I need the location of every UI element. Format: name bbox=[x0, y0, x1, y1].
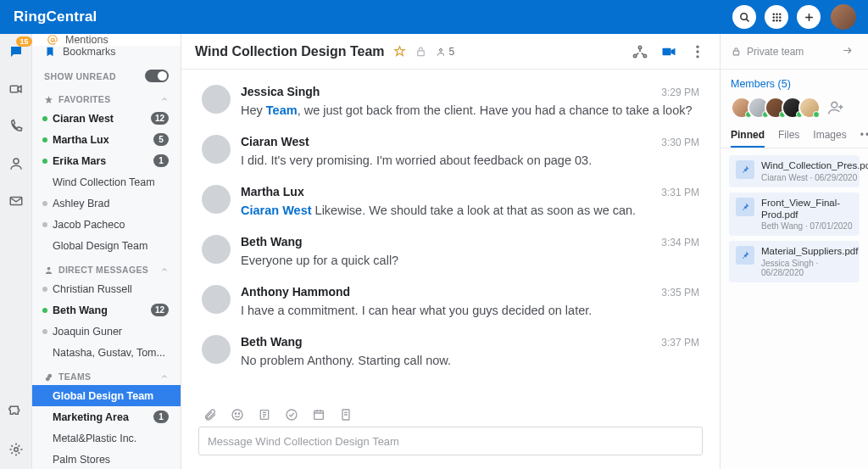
chat-more-button[interactable] bbox=[689, 43, 706, 60]
presence-dot bbox=[42, 287, 47, 292]
presence-dot bbox=[42, 222, 47, 227]
show-unread-toggle[interactable] bbox=[145, 70, 169, 82]
members-label[interactable]: Members (5) bbox=[731, 78, 858, 90]
details-panel: Private team Members (5) bbox=[721, 34, 868, 469]
sidebar-item[interactable]: Global Design Team bbox=[32, 385, 181, 406]
rail-phone[interactable] bbox=[7, 117, 25, 136]
collapse-panel-button[interactable] bbox=[842, 45, 858, 59]
rail-apps[interactable] bbox=[7, 403, 25, 422]
phone-icon bbox=[8, 119, 24, 134]
message-author: Beth Wang bbox=[241, 335, 303, 349]
start-video-button[interactable] bbox=[660, 43, 677, 60]
emoji-button[interactable] bbox=[231, 408, 244, 422]
pinned-item[interactable]: Front_View_Final-Prod.pdfBeth Wang · 07/… bbox=[729, 193, 860, 237]
search-button[interactable] bbox=[732, 5, 756, 29]
pin-icon bbox=[736, 246, 754, 265]
svg-point-29 bbox=[238, 413, 239, 414]
svg-point-31 bbox=[287, 410, 297, 420]
teams-section-header[interactable]: TEAMS bbox=[32, 363, 181, 385]
message-text: Hey Team, we just got back from the clie… bbox=[241, 102, 699, 120]
sidebar-item-label: Christian Russell bbox=[53, 283, 132, 295]
sidebar-item[interactable]: Christian Russell bbox=[32, 278, 181, 299]
mentions-tab[interactable]: Mentions bbox=[32, 34, 181, 46]
dialpad-button[interactable] bbox=[765, 5, 788, 29]
message-avatar[interactable] bbox=[202, 185, 231, 214]
person-small-icon bbox=[44, 265, 53, 275]
message-avatar[interactable] bbox=[202, 135, 231, 164]
chevron-up-icon bbox=[160, 265, 169, 274]
unread-pill: 5 bbox=[153, 133, 169, 146]
unread-pill: 12 bbox=[151, 112, 169, 125]
sidebar-item[interactable]: Joaquin Guner bbox=[32, 321, 181, 342]
message-avatar[interactable] bbox=[202, 85, 231, 114]
message-avatar[interactable] bbox=[202, 285, 231, 314]
message-input[interactable]: Message Wind Collection Design Team bbox=[198, 427, 703, 455]
svg-rect-13 bbox=[10, 86, 18, 92]
task-button[interactable] bbox=[285, 408, 298, 422]
tab-files[interactable]: Files bbox=[778, 124, 799, 148]
mention[interactable]: Team bbox=[266, 103, 298, 117]
member-count[interactable]: 5 bbox=[436, 46, 455, 58]
sidebar-item[interactable]: Global Design Team bbox=[32, 235, 181, 256]
integrations-button[interactable] bbox=[632, 43, 648, 60]
sidebar-item[interactable]: Metal&Plastic Inc. bbox=[32, 427, 181, 449]
presence-dot bbox=[42, 137, 47, 142]
mention[interactable]: Ciaran West bbox=[241, 204, 312, 217]
nav-rail: 15 bbox=[0, 34, 32, 469]
pinned-file-name: Material_Suppliers.pdf bbox=[761, 246, 858, 258]
chat-panel: Wind Collection Design Team 5 Jessica Si… bbox=[181, 34, 721, 469]
sidebar-item[interactable]: Ciaran West12 bbox=[32, 108, 181, 129]
sidebar-item[interactable]: Marketing Area1 bbox=[32, 406, 181, 427]
message: Beth Wang3:37 PMNo problem Anthony. Star… bbox=[181, 328, 720, 378]
sidebar-item[interactable]: Jacob Pacheco bbox=[32, 214, 181, 235]
sidebar-item[interactable]: Natasha, Gustav, Tom... bbox=[32, 342, 181, 363]
favorite-star-button[interactable] bbox=[393, 45, 406, 58]
pinned-item[interactable]: Material_Suppliers.pdfJessica Singh · 06… bbox=[729, 241, 860, 282]
profile-avatar[interactable] bbox=[831, 4, 856, 30]
pinned-list: Wind_Collection_Pres.pdfCiaran West · 06… bbox=[721, 148, 868, 294]
mail-icon bbox=[8, 193, 24, 209]
message-avatar[interactable] bbox=[202, 235, 231, 264]
member-avatars bbox=[731, 97, 858, 119]
event-button[interactable] bbox=[312, 408, 326, 422]
sidebar-item-label: Metal&Plastic Inc. bbox=[53, 433, 136, 444]
pinned-file-meta: Ciaran West · 06/29/2020 bbox=[761, 173, 868, 182]
sidebar-item[interactable]: Martha Lux5 bbox=[32, 129, 181, 150]
rail-settings[interactable] bbox=[7, 440, 25, 459]
message-text: I have a commitment. I can hear what you… bbox=[241, 302, 699, 320]
video-icon bbox=[8, 81, 24, 97]
message-time: 3:31 PM bbox=[661, 187, 699, 198]
bookmarks-tab[interactable]: Bookmarks bbox=[32, 46, 181, 58]
chevron-up-icon bbox=[160, 372, 169, 381]
dm-section-header[interactable]: DIRECT MESSAGES bbox=[32, 256, 181, 278]
pinned-item[interactable]: Wind_Collection_Pres.pdfCiaran West · 06… bbox=[729, 155, 860, 187]
svg-point-27 bbox=[232, 410, 242, 420]
sidebar-item[interactable]: Palm Stores bbox=[32, 449, 181, 469]
sidebar-item[interactable]: Erika Mars1 bbox=[32, 150, 181, 171]
add-member-button[interactable] bbox=[827, 99, 844, 116]
tab-images[interactable]: Images bbox=[813, 124, 846, 148]
unread-pill: 1 bbox=[153, 410, 169, 423]
rail-inbox[interactable] bbox=[7, 192, 25, 210]
plus-icon bbox=[803, 11, 815, 24]
lock-icon bbox=[731, 46, 742, 57]
message-avatar[interactable] bbox=[202, 335, 231, 364]
rail-contacts[interactable] bbox=[7, 154, 25, 173]
member-avatar[interactable] bbox=[798, 97, 821, 119]
note-button[interactable] bbox=[258, 408, 271, 422]
new-action-button[interactable] bbox=[797, 5, 821, 29]
chat-header: Wind Collection Design Team 5 bbox=[181, 34, 720, 70]
tab-pinned[interactable]: Pinned bbox=[731, 124, 765, 148]
svg-point-8 bbox=[772, 20, 775, 22]
sidebar-item[interactable]: Ashley Brad bbox=[32, 193, 181, 214]
sidebar-item[interactable]: Beth Wang12 bbox=[32, 299, 181, 321]
code-button[interactable] bbox=[339, 408, 353, 422]
favorites-section-header[interactable]: FAVORITES bbox=[32, 86, 181, 108]
rail-video[interactable] bbox=[7, 80, 25, 98]
sidebar-item[interactable]: Wind Collection Team bbox=[32, 171, 181, 193]
attach-button[interactable] bbox=[203, 408, 217, 422]
rail-messages[interactable]: 15 bbox=[7, 42, 25, 61]
puzzle-icon bbox=[8, 405, 24, 420]
message-time: 3:30 PM bbox=[661, 137, 699, 148]
tab-more[interactable]: ••• bbox=[860, 124, 868, 148]
